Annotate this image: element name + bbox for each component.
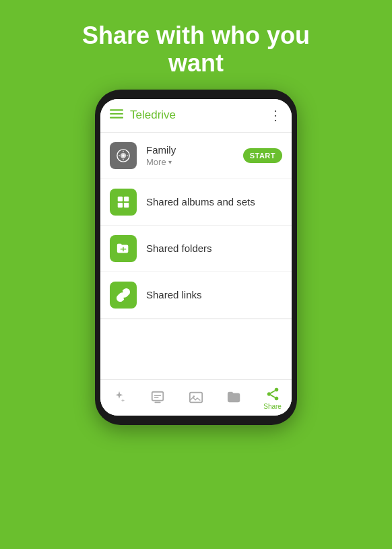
nav-share-label: Share [263, 403, 282, 410]
more-options-icon[interactable]: ⋮ [269, 107, 282, 123]
svg-point-19 [267, 392, 271, 396]
shared-links-icon [110, 282, 137, 309]
svg-point-9 [123, 159, 124, 160]
svg-point-8 [123, 151, 124, 152]
family-list-item[interactable]: Family More ▾ START [100, 133, 292, 179]
nav-backup[interactable] [139, 390, 177, 406]
hamburger-icon[interactable] [110, 107, 123, 124]
shared-albums-icon [110, 189, 137, 216]
topbar: Teledrive ⋮ [100, 99, 292, 133]
shared-links-item[interactable]: Shared links [100, 272, 292, 319]
svg-rect-1 [110, 113, 123, 115]
svg-rect-16 [190, 393, 202, 403]
shared-links-label: Shared links [146, 289, 202, 300]
page-title: Share with who you want [69, 22, 323, 77]
svg-point-5 [122, 154, 124, 156]
svg-rect-13 [124, 203, 129, 207]
svg-rect-2 [110, 117, 123, 118]
nav-files[interactable] [215, 390, 253, 406]
family-subtitle: More ▾ [146, 157, 243, 167]
nav-photos[interactable] [177, 390, 216, 406]
app-title: Teledrive [130, 108, 269, 122]
phone-screen: Teledrive ⋮ F [100, 99, 292, 416]
svg-rect-10 [118, 197, 123, 201]
shared-folders-item[interactable]: Shared folders [100, 226, 292, 272]
svg-rect-0 [110, 109, 123, 110]
nav-ai[interactable] [100, 390, 139, 406]
svg-rect-15 [155, 402, 161, 403]
shared-folders-label: Shared folders [146, 243, 212, 254]
svg-point-7 [127, 155, 128, 156]
svg-line-21 [270, 395, 274, 397]
phone-frame: Teledrive ⋮ F [95, 90, 297, 425]
start-button[interactable]: START [243, 148, 282, 163]
shared-albums-label: Shared albums and sets [146, 196, 255, 207]
svg-point-20 [274, 396, 278, 400]
list-area: Family More ▾ START [100, 133, 292, 379]
svg-line-22 [270, 391, 274, 393]
svg-rect-14 [152, 392, 164, 401]
svg-rect-12 [118, 203, 123, 207]
svg-point-18 [274, 388, 278, 392]
shared-folders-icon [110, 235, 137, 262]
bottom-navigation: Share [100, 379, 292, 416]
family-icon [110, 142, 137, 169]
nav-share[interactable]: Share [253, 387, 292, 410]
chevron-down-icon: ▾ [168, 158, 172, 166]
empty-content-area [100, 319, 292, 379]
family-title: Family [146, 144, 243, 156]
shared-albums-item[interactable]: Shared albums and sets [100, 179, 292, 226]
svg-point-6 [119, 155, 120, 156]
svg-rect-11 [124, 197, 129, 201]
family-item-text: Family More ▾ [146, 144, 243, 167]
